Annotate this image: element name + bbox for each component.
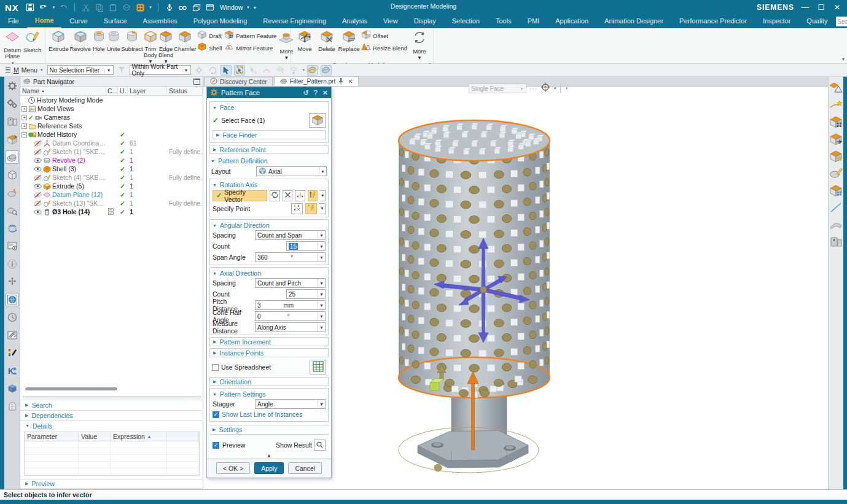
optimize-face-icon[interactable] [829, 98, 843, 111]
vector-cross-icon[interactable] [283, 190, 292, 201]
window-menu[interactable]: Window [220, 4, 243, 11]
tab-animation-designer[interactable]: Animation Designer [596, 15, 671, 28]
close-tab-icon[interactable]: ✕ [348, 78, 353, 85]
visibility-icon[interactable] [34, 165, 42, 173]
face-finder-section[interactable]: ▶Face Finder [213, 130, 326, 139]
instance-points-section[interactable]: ▶Instance Points [209, 348, 329, 357]
tree-row-model-history[interactable]: −Model History ✓ [20, 130, 203, 139]
label-notch-blend-icon[interactable] [829, 218, 843, 231]
tree-row-sketch-4[interactable]: Sketch (4) "SKETCH_0... ✓1Fully define..… [20, 173, 203, 182]
expander-icon[interactable]: + [21, 115, 27, 120]
details-col-expression[interactable]: Expression▲ [111, 432, 167, 441]
section-dependencies[interactable]: ▶Dependencies [20, 410, 203, 420]
angular-direction-title[interactable]: ▼Angular Direction [213, 221, 326, 230]
settings-section[interactable]: ▶Settings [209, 425, 329, 435]
tab-curve[interactable]: Curve [61, 15, 95, 28]
tab-analysis[interactable]: Analysis [334, 15, 375, 28]
details-col-value[interactable]: Value [79, 432, 111, 441]
tab-quality[interactable]: Quality [798, 15, 835, 28]
duplicate-icon[interactable] [122, 2, 131, 12]
web-browser-icon[interactable] [6, 293, 19, 306]
draft-face-icon[interactable] [829, 80, 843, 94]
undo-icon[interactable] [39, 2, 49, 12]
pitch-distance-input[interactable]: 3mm▼ [255, 300, 326, 310]
tab-assemblies[interactable]: Assemblies [135, 15, 185, 28]
scrollbar-track[interactable] [23, 396, 201, 398]
snap-point-icon[interactable] [193, 65, 205, 76]
collapse-icon[interactable]: − [21, 132, 27, 138]
column-status[interactable]: Status [167, 87, 203, 95]
window-icon[interactable] [205, 2, 215, 12]
show-result-button[interactable] [314, 440, 326, 451]
history-icon[interactable] [6, 311, 19, 324]
move-face-icon[interactable] [829, 132, 843, 145]
edge-blend-button[interactable]: Edge Blend ▾ [158, 29, 174, 65]
close-button[interactable]: ✕ [832, 3, 842, 12]
command-finder-caret-icon[interactable]: ▾ [149, 5, 152, 10]
materials-icon[interactable] [6, 346, 19, 360]
visibility-off-icon[interactable] [34, 191, 42, 199]
system-navigator-icon[interactable] [6, 115, 19, 128]
copy-face-icon[interactable] [829, 184, 843, 197]
shaded-body-toggle-icon[interactable] [321, 65, 332, 76]
column-name[interactable]: Name▲ [20, 87, 106, 95]
face-section-title[interactable]: ▼Face [213, 103, 326, 112]
expander-icon[interactable]: + [21, 123, 27, 129]
tab-surface[interactable]: Surface [96, 15, 135, 28]
knowledge-fusion-icon[interactable]: K [6, 364, 19, 378]
section-details[interactable]: ▼Details [20, 421, 203, 430]
qat-overflow-icon[interactable]: ▾ [254, 5, 256, 10]
sketch-button[interactable]: Sketch [23, 29, 43, 54]
assembly-navigator-icon[interactable] [6, 168, 19, 182]
pattern-face-icon[interactable] [829, 115, 843, 128]
tree-row-cameras[interactable]: +✓Cameras [20, 113, 203, 122]
apply-button[interactable]: Apply [254, 462, 284, 474]
tree-row-shell-3[interactable]: Shell (3) ✓1 [20, 165, 203, 173]
select-options-icon[interactable] [288, 65, 299, 76]
search-input[interactable] [838, 18, 847, 25]
unite-button[interactable]: Unite [106, 29, 121, 53]
cone-half-angle-input[interactable]: 0°▼ [255, 311, 326, 321]
redo-icon[interactable] [58, 2, 68, 12]
revolve-button[interactable]: Revolve [69, 29, 92, 53]
trim-body-button[interactable]: Trim Body ▾ [143, 29, 158, 65]
section-preview[interactable]: ▶Preview [20, 479, 203, 489]
ok-button[interactable]: < OK > [216, 462, 250, 474]
orientation-section[interactable]: ▶Orientation [209, 377, 329, 386]
tab-pmi[interactable]: PMI [520, 15, 548, 28]
save-icon[interactable] [25, 2, 35, 12]
visibility-off-icon[interactable] [34, 200, 42, 207]
extrude-button[interactable]: Extrude [48, 29, 69, 53]
face-select-icon[interactable] [275, 65, 286, 76]
axial-spacing-dropdown[interactable]: Count and Pitch▼ [255, 278, 326, 288]
ribbon-overflow-icon[interactable]: ▾ [842, 56, 845, 62]
sync-more-button[interactable]: More▾ [408, 29, 431, 61]
point-dialog-icon[interactable] [291, 203, 303, 214]
show-last-line-checkbox[interactable]: ✓ [213, 411, 219, 418]
simulation-navigator-icon[interactable] [6, 222, 19, 235]
tab-selection[interactable]: Selection [444, 15, 488, 28]
visibility-icon[interactable] [34, 157, 42, 165]
column-layer[interactable]: Layer [128, 87, 167, 95]
tree-row-hole-14[interactable]: Ø3 Hole (14) ✓1 [20, 207, 203, 216]
undo-caret-icon[interactable]: ▾ [53, 5, 55, 10]
selection-overflow-icon[interactable]: ▾ [302, 68, 305, 72]
scrollbar-thumb[interactable] [25, 387, 117, 390]
layout-dropdown[interactable]: Axial▼ [256, 166, 327, 176]
tree-row-history-mode[interactable]: History Modeling Mode [20, 96, 203, 104]
hole-button[interactable]: Hole [92, 29, 106, 53]
tab-discovery-center[interactable]: Discovery Center [205, 77, 273, 86]
resize-blend-button[interactable]: Resize Blend [361, 42, 407, 53]
axial-direction-title[interactable]: ▼Axial Direction [213, 269, 326, 277]
touch-mode-icon[interactable] [6, 275, 19, 289]
roles-icon[interactable] [6, 97, 19, 110]
part-navigator-icon[interactable] [6, 150, 19, 164]
horizontal-scrollbar[interactable] [23, 387, 201, 392]
mirror-feature-button[interactable]: Mirror Feature [224, 42, 276, 53]
tab-tools[interactable]: Tools [488, 15, 520, 28]
dialog-close-icon[interactable]: ✕ [322, 89, 328, 97]
tab-application[interactable]: Application [547, 15, 596, 28]
constraint-navigator-icon[interactable] [6, 133, 19, 146]
axial-count-input[interactable]: 25▼ [286, 289, 326, 299]
spreadsheet-button[interactable] [310, 360, 326, 374]
